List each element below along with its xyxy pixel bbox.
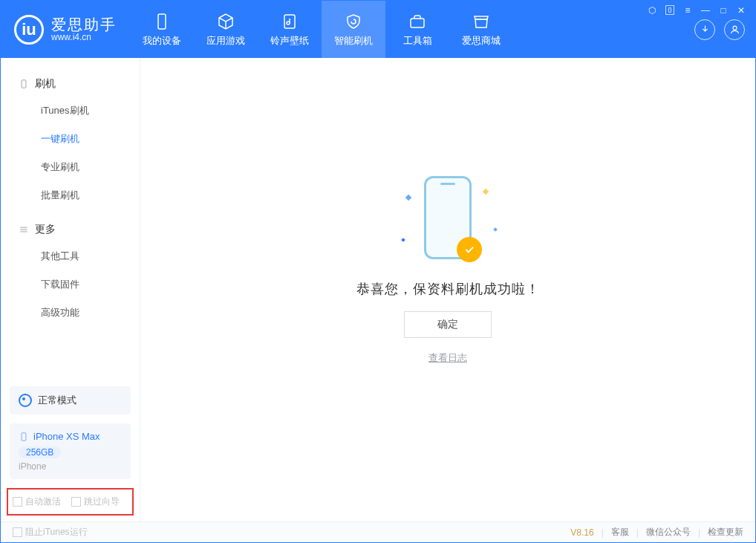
wc-minimize-icon[interactable]: — <box>700 5 711 16</box>
list-icon <box>19 224 29 235</box>
sidebar-heading-label: 更多 <box>35 223 56 236</box>
top-nav: 我的设备 应用游戏 铃声壁纸 智能刷机 工具箱 爱思商城 <box>130 1 513 58</box>
footer-link-support[interactable]: 客服 <box>611 526 629 539</box>
mode-card[interactable]: 正常模式 <box>10 386 131 414</box>
mode-label: 正常模式 <box>38 394 76 407</box>
nav-label: 智能刷机 <box>334 34 373 48</box>
skip-wizard-checkbox[interactable]: 跳过向导 <box>71 495 120 508</box>
view-log-link[interactable]: 查看日志 <box>428 351 467 365</box>
footer-link-wechat[interactable]: 微信公众号 <box>646 526 691 539</box>
account-button[interactable] <box>724 19 745 40</box>
toolbox-icon <box>408 12 427 31</box>
wc-maximize-icon[interactable]: □ <box>718 5 729 16</box>
checkmark-badge-icon <box>457 237 482 262</box>
music-file-icon <box>280 12 299 31</box>
logo-icon: iu <box>14 15 44 45</box>
nav-label: 工具箱 <box>403 34 432 48</box>
nav-ringtones-wallpapers[interactable]: 铃声壁纸 <box>258 1 322 58</box>
sidebar: 刷机 iTunes刷机 一键刷机 专业刷机 批量刷机 更多 其他工具 下载固件 … <box>1 58 140 521</box>
flash-options-row: 自动激活 跳过向导 <box>7 488 134 516</box>
sidebar-item-oneclick-flash[interactable]: 一键刷机 <box>1 125 140 153</box>
success-message: 恭喜您，保资料刷机成功啦！ <box>356 280 540 298</box>
footer-link-update[interactable]: 检查更新 <box>708 526 743 539</box>
sidebar-heading-flash: 刷机 <box>1 71 140 97</box>
app-url: www.i4.cn <box>51 33 117 42</box>
svg-rect-6 <box>22 432 26 440</box>
device-name: iPhone XS Max <box>33 431 100 442</box>
nav-label: 应用游戏 <box>206 34 245 48</box>
sidebar-item-batch-flash[interactable]: 批量刷机 <box>1 181 140 209</box>
cube-icon <box>216 12 235 31</box>
device-storage: 256GB <box>19 446 61 458</box>
auto-activate-checkbox[interactable]: 自动激活 <box>13 495 61 508</box>
wc-lock-icon[interactable]: 🄾 <box>665 5 675 16</box>
sidebar-item-itunes-flash[interactable]: iTunes刷机 <box>1 97 140 125</box>
device-card[interactable]: iPhone XS Max 256GB iPhone <box>10 423 131 479</box>
ok-button[interactable]: 确定 <box>404 311 492 338</box>
sidebar-item-other-tools[interactable]: 其他工具 <box>1 242 140 270</box>
nav-label: 我的设备 <box>143 34 181 48</box>
sidebar-item-pro-flash[interactable]: 专业刷机 <box>1 153 140 181</box>
phone-outline-icon <box>19 79 29 89</box>
window-controls: ⬡ 🄾 ≡ — □ ✕ <box>638 1 755 20</box>
nav-my-device[interactable]: 我的设备 <box>130 1 194 58</box>
logo-block: iu 爱思助手 www.i4.cn <box>1 1 130 58</box>
sidebar-item-advanced[interactable]: 高级功能 <box>1 299 140 327</box>
nav-label: 爱思商城 <box>462 34 501 48</box>
success-illustration <box>388 170 507 267</box>
svg-rect-3 <box>411 19 424 27</box>
wc-menu-icon[interactable]: ≡ <box>682 5 693 16</box>
block-itunes-checkbox[interactable]: 阻止iTunes运行 <box>13 526 88 539</box>
shield-refresh-icon <box>344 12 363 31</box>
svg-point-4 <box>733 26 737 30</box>
device-type: iPhone <box>19 461 122 472</box>
normal-mode-icon <box>19 394 32 407</box>
sidebar-heading-label: 刷机 <box>35 77 56 91</box>
status-bar: 阻止iTunes运行 V8.16 | 客服 | 微信公众号 | 检查更新 <box>1 521 755 542</box>
nav-label: 铃声壁纸 <box>270 34 309 48</box>
sidebar-heading-more: 更多 <box>1 217 140 242</box>
svg-rect-5 <box>22 80 26 88</box>
sidebar-section-flash: 刷机 iTunes刷机 一键刷机 专业刷机 批量刷机 <box>1 71 140 209</box>
nav-toolbox[interactable]: 工具箱 <box>385 1 449 58</box>
wc-close-icon[interactable]: ✕ <box>736 5 746 16</box>
nav-store[interactable]: 爱思商城 <box>449 1 513 58</box>
store-icon <box>472 12 491 31</box>
svg-rect-0 <box>158 14 166 29</box>
device-icon <box>152 12 172 31</box>
download-button[interactable] <box>694 19 715 40</box>
version-label: V8.16 <box>570 527 593 538</box>
wc-shirt-icon[interactable]: ⬡ <box>647 5 657 16</box>
main-content: 恭喜您，保资料刷机成功啦！ 确定 查看日志 <box>140 58 755 521</box>
app-name: 爱思助手 <box>51 16 117 33</box>
sidebar-item-download-fw[interactable]: 下载固件 <box>1 270 140 299</box>
nav-apps-games[interactable]: 应用游戏 <box>194 1 258 58</box>
nav-smart-flash[interactable]: 智能刷机 <box>322 1 385 58</box>
sidebar-section-more: 更多 其他工具 下载固件 高级功能 <box>1 217 140 327</box>
svg-point-2 <box>287 22 290 25</box>
connected-phone-icon <box>19 432 29 442</box>
